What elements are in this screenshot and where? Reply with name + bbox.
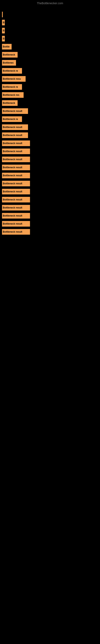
bar-row: B bbox=[2, 20, 100, 25]
bar: Bottleneck re bbox=[2, 68, 22, 74]
bar-row: Bottlenec bbox=[2, 60, 100, 66]
bar-label: B bbox=[3, 29, 4, 32]
site-title: TheBottlenecker.com bbox=[0, 0, 100, 6]
bar-label: Bottleneck resu bbox=[3, 78, 21, 80]
bar: Bottleneck result bbox=[2, 181, 30, 186]
bar-label: Bottleneck result bbox=[3, 182, 22, 185]
bar-label: Bottleneck result bbox=[3, 158, 22, 161]
bar: Bottleneck re bbox=[2, 84, 22, 90]
bar-row bbox=[2, 12, 100, 17]
bar: Bottleneck result bbox=[2, 189, 30, 194]
bar-label: Bottleneck result bbox=[3, 198, 22, 201]
bar-row: Bottleneck result bbox=[2, 189, 100, 194]
bar-label: Bottlenec bbox=[3, 62, 14, 64]
bar-row: Bottleneck resu bbox=[2, 76, 100, 82]
bar: Bottleneck resu bbox=[2, 76, 26, 82]
bar: B bbox=[2, 20, 5, 25]
bar-label: Bottleneck re bbox=[3, 118, 18, 120]
bar: Bottleneck result bbox=[2, 197, 30, 202]
bar: Bottleneck result bbox=[2, 124, 28, 130]
bar-label: Bottleneck result bbox=[3, 150, 22, 153]
bar-label: Bottleneck re bbox=[3, 70, 18, 72]
bar: Bottleneck result bbox=[2, 221, 30, 226]
bar-row: Bottleneck result bbox=[2, 156, 100, 162]
bar: Bottleneck bbox=[2, 100, 18, 106]
bar bbox=[2, 12, 3, 17]
bar-row: Bottleneck bbox=[2, 100, 100, 106]
bar: B bbox=[2, 28, 5, 34]
bar-label: Bottleneck result bbox=[3, 230, 22, 233]
bar: Bottleneck result bbox=[2, 140, 30, 146]
bar-label: Bottleneck result bbox=[3, 206, 22, 209]
bar-label: Bottleneck result bbox=[3, 214, 22, 217]
bar-row: Bottleneck result bbox=[2, 173, 100, 178]
bar-label: Bottle bbox=[3, 45, 10, 48]
bar-label: B bbox=[3, 21, 4, 24]
bar-label: Bottleneck bbox=[3, 53, 15, 56]
bar-label: Bottleneck result bbox=[3, 142, 22, 145]
bar-row: Bottleneck bbox=[2, 52, 100, 58]
bar-row: Bottleneck re bbox=[2, 116, 100, 122]
bar-row: Bottleneck result bbox=[2, 205, 100, 210]
bar: B bbox=[2, 36, 5, 42]
bar: Bottlenec bbox=[2, 60, 16, 66]
bar-label: Bottleneck result bbox=[3, 190, 22, 193]
bar-row: Bottleneck res bbox=[2, 92, 100, 98]
bar-label: Bottleneck result bbox=[3, 134, 22, 137]
bar-label: Bottleneck re bbox=[3, 86, 18, 88]
bar: Bottleneck result bbox=[2, 108, 28, 114]
bar: Bottleneck result bbox=[2, 164, 30, 170]
bar-label: Bottleneck bbox=[3, 102, 15, 104]
bar-row: Bottleneck result bbox=[2, 148, 100, 154]
bar-label: Bottleneck result bbox=[3, 110, 22, 112]
bar-row: Bottleneck result bbox=[2, 108, 100, 114]
bar: Bottle bbox=[2, 44, 12, 50]
bar: Bottleneck re bbox=[2, 116, 22, 122]
bar: Bottleneck result bbox=[2, 148, 30, 154]
bar: Bottleneck result bbox=[2, 229, 30, 235]
bar: Bottleneck result bbox=[2, 213, 30, 218]
bar-row: Bottleneck result bbox=[2, 124, 100, 130]
bar-row: Bottleneck result bbox=[2, 221, 100, 226]
bar-label: Bottleneck result bbox=[3, 174, 22, 177]
bars-container: BBBBottleBottleneckBottlenecBottleneck r… bbox=[0, 6, 100, 235]
bar: Bottleneck result bbox=[2, 173, 30, 178]
bar-row: Bottleneck result bbox=[2, 164, 100, 170]
bar-label: Bottleneck result bbox=[3, 166, 22, 169]
bar-row: Bottleneck result bbox=[2, 213, 100, 218]
bar-row: Bottleneck result bbox=[2, 197, 100, 202]
bar: Bottleneck bbox=[2, 52, 18, 58]
bar: Bottleneck result bbox=[2, 205, 30, 210]
bar-label: Bottleneck result bbox=[3, 222, 22, 225]
bar-row: Bottleneck result bbox=[2, 181, 100, 186]
bar-row: Bottleneck re bbox=[2, 84, 100, 90]
bar-row: Bottleneck result bbox=[2, 132, 100, 138]
bar-row: B bbox=[2, 28, 100, 34]
bar: Bottleneck result bbox=[2, 132, 28, 138]
bar: Bottleneck res bbox=[2, 92, 24, 98]
bar-row: Bottleneck result bbox=[2, 140, 100, 146]
bar-row: Bottle bbox=[2, 44, 100, 50]
bar-label: Bottleneck res bbox=[3, 94, 19, 96]
bar: Bottleneck result bbox=[2, 156, 30, 162]
bar-label: Bottleneck result bbox=[3, 126, 22, 128]
bar-row: Bottleneck result bbox=[2, 229, 100, 235]
bar-row: B bbox=[2, 36, 100, 42]
bar-label: B bbox=[3, 37, 4, 40]
bar-row: Bottleneck re bbox=[2, 68, 100, 74]
